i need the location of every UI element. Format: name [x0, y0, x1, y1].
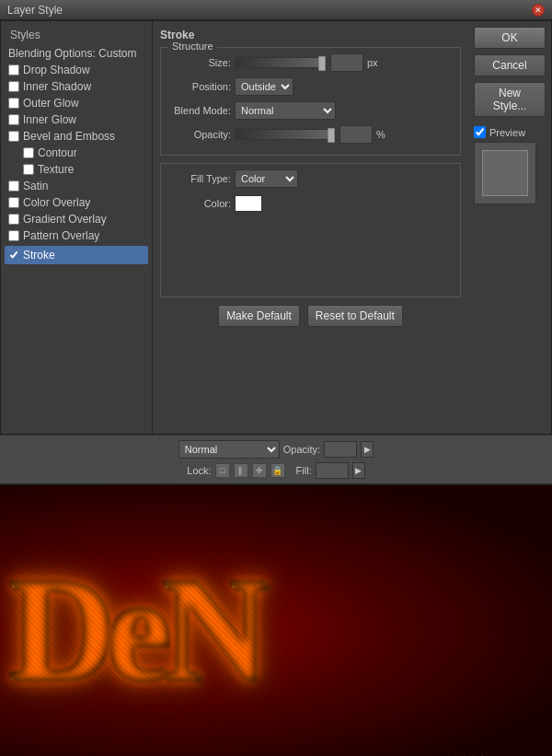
fill-label: Fill:	[296, 465, 312, 476]
opacity-label: Opacity:	[167, 129, 231, 140]
contour-item[interactable]: Contour	[5, 145, 148, 161]
stroke-item[interactable]: Stroke	[5, 246, 148, 264]
bottom-buttons: Make Default Reset to Default	[160, 305, 461, 327]
fill-type-label: Fill Type:	[167, 173, 231, 184]
gradient-overlay-item[interactable]: Gradient Overlay	[5, 211, 148, 227]
fill-type-select[interactable]: Color Gradient Pattern	[235, 169, 298, 188]
fill-arrow-button[interactable]: ▶	[352, 462, 365, 479]
blend-mode-label: Blend Mode:	[167, 105, 231, 116]
title-bar: Layer Style ✕	[0, 0, 552, 20]
color-overlay-item[interactable]: Color Overlay	[5, 194, 148, 211]
size-slider-thumb[interactable]	[318, 56, 326, 71]
toolbar-area: Normal Opacity: 100% ▶ Lock: □ ∥ ✛ 🔒 Fil…	[0, 435, 552, 485]
fill-type-row: Fill Type: Color Gradient Pattern	[167, 169, 454, 188]
size-slider-container: 1 px	[235, 53, 378, 72]
contour-label: Contour	[38, 146, 77, 159]
outer-glow-item[interactable]: Outer Glow	[5, 95, 148, 111]
center-panel: Stroke Structure Size: 1 px Position:	[153, 21, 468, 434]
size-input[interactable]: 1	[330, 53, 363, 72]
blend-mode-row: Blend Mode: Normal Dissolve Multiply Scr…	[167, 101, 454, 120]
satin-item[interactable]: Satin	[5, 178, 148, 194]
stroke-checkbox[interactable]	[8, 250, 19, 261]
preview-inner	[482, 150, 528, 196]
inner-glow-checkbox[interactable]	[8, 114, 19, 125]
structure-title: Structure	[168, 41, 217, 52]
preview-box	[474, 142, 536, 204]
outer-glow-checkbox[interactable]	[8, 98, 19, 109]
size-unit: px	[367, 57, 378, 68]
pattern-overlay-label: Pattern Overlay	[23, 229, 99, 242]
drop-shadow-checkbox[interactable]	[8, 64, 19, 76]
lock-move-icon[interactable]: ✛	[252, 463, 267, 478]
preview-label: Preview	[489, 127, 525, 138]
gradient-overlay-checkbox[interactable]	[8, 214, 19, 225]
texture-item[interactable]: Texture	[5, 161, 148, 178]
pattern-overlay-item[interactable]: Pattern Overlay	[5, 227, 148, 244]
inner-shadow-item[interactable]: Inner Shadow	[5, 78, 148, 95]
layer-style-dialog: Styles Blending Options: Custom Drop Sha…	[0, 20, 552, 435]
title-bar-text: Layer Style	[7, 4, 532, 17]
opacity-arrow-button[interactable]: ▶	[361, 441, 374, 458]
outer-glow-label: Outer Glow	[23, 97, 79, 110]
contour-checkbox[interactable]	[23, 147, 34, 158]
drop-shadow-label: Drop Shadow	[23, 64, 90, 76]
blending-options-item[interactable]: Blending Options: Custom	[5, 45, 148, 62]
fill-toolbar-input[interactable]: 0%	[316, 462, 349, 479]
blending-options-label: Blending Options: Custom	[8, 47, 136, 60]
preview-checkbox-row: Preview	[474, 126, 546, 138]
position-select[interactable]: Outside Inside Center	[235, 77, 293, 96]
texture-checkbox[interactable]	[23, 164, 34, 175]
blend-mode-select[interactable]: Normal Dissolve Multiply Screen	[235, 101, 336, 120]
color-label: Color:	[167, 198, 231, 209]
new-style-button[interactable]: New Style...	[474, 82, 546, 117]
canvas-text: DeN	[9, 545, 259, 715]
position-label: Position:	[167, 81, 231, 92]
toolbar-row-1: Normal Opacity: 100% ▶	[178, 440, 374, 459]
opacity-toolbar-input[interactable]: 100%	[324, 441, 357, 458]
inner-glow-label: Inner Glow	[23, 113, 76, 126]
make-default-button[interactable]: Make Default	[218, 305, 300, 327]
blend-mode-toolbar-select[interactable]: Normal	[178, 440, 280, 459]
opacity-input[interactable]: 100	[339, 125, 373, 144]
preview-checkbox[interactable]	[474, 126, 486, 138]
pattern-overlay-checkbox[interactable]	[8, 230, 19, 241]
fill-content-area	[167, 217, 454, 291]
color-row: Color:	[167, 195, 454, 212]
structure-group: Structure Size: 1 px Position: Outside I…	[160, 47, 461, 156]
inner-shadow-label: Inner Shadow	[23, 80, 91, 93]
right-panel: OK Cancel New Style... Preview	[468, 21, 551, 434]
inner-shadow-checkbox[interactable]	[8, 81, 19, 92]
styles-panel: Styles Blending Options: Custom Drop Sha…	[1, 21, 153, 434]
reset-to-default-button[interactable]: Reset to Default	[307, 305, 403, 327]
ok-button[interactable]: OK	[474, 27, 546, 49]
lock-label: Lock:	[187, 465, 211, 476]
satin-checkbox[interactable]	[8, 180, 19, 192]
color-overlay-checkbox[interactable]	[8, 197, 19, 208]
lock-square-icon[interactable]: □	[215, 463, 230, 478]
inner-glow-item[interactable]: Inner Glow	[5, 111, 148, 128]
gradient-overlay-label: Gradient Overlay	[23, 213, 107, 226]
lock-brush-icon[interactable]: ∥	[234, 463, 248, 478]
drop-shadow-item[interactable]: Drop Shadow	[5, 62, 148, 78]
opacity-slider-thumb[interactable]	[328, 128, 335, 143]
color-overlay-label: Color Overlay	[23, 196, 90, 209]
opacity-row: Opacity: 100 %	[167, 125, 454, 144]
cancel-button[interactable]: Cancel	[474, 54, 546, 76]
texture-label: Texture	[38, 163, 74, 176]
styles-header[interactable]: Styles	[5, 25, 148, 45]
bevel-emboss-label: Bevel and Emboss	[23, 130, 115, 143]
opacity-unit: %	[376, 129, 385, 140]
styles-list: Drop Shadow Inner Shadow Outer Glow Inne…	[5, 62, 148, 264]
opacity-slider[interactable]	[235, 129, 336, 140]
close-button[interactable]: ✕	[532, 4, 545, 17]
size-label: Size:	[167, 57, 231, 68]
canvas-background: DeN	[0, 485, 552, 756]
lock-all-icon[interactable]: 🔒	[270, 463, 285, 478]
color-swatch[interactable]	[235, 195, 262, 212]
bevel-emboss-item[interactable]: Bevel and Emboss	[5, 128, 148, 145]
opacity-toolbar-label: Opacity:	[283, 444, 320, 455]
fill-type-group: Fill Type: Color Gradient Pattern Color:	[160, 163, 461, 297]
bevel-emboss-checkbox[interactable]	[8, 131, 19, 142]
stroke-section-title: Stroke	[160, 29, 461, 41]
size-slider[interactable]	[235, 57, 327, 68]
